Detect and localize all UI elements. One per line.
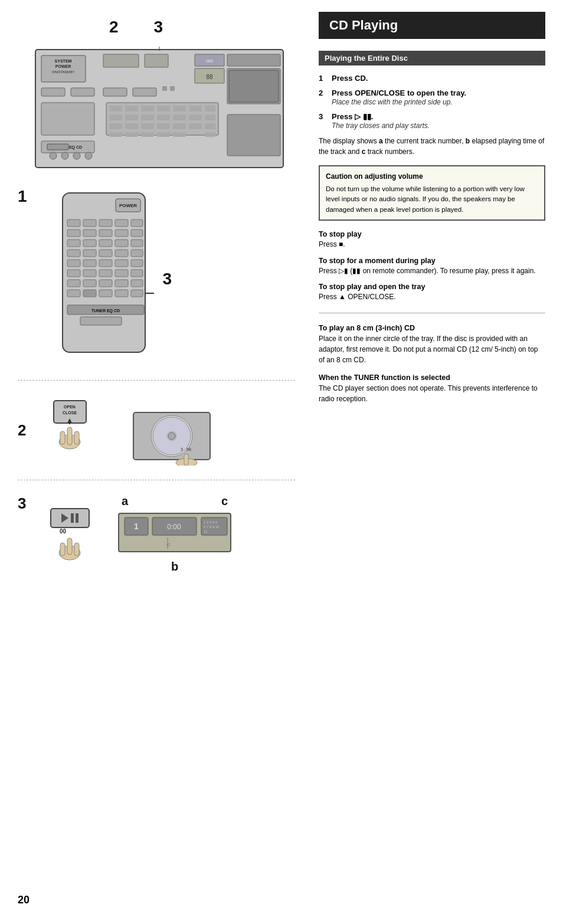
section-divider-1 bbox=[18, 380, 295, 381]
svg-rect-29 bbox=[109, 114, 122, 120]
svg-rect-100 bbox=[131, 290, 143, 297]
note-1-desc: Place it on the inner circle of the tray… bbox=[319, 333, 545, 365]
svg-rect-44 bbox=[125, 132, 138, 137]
svg-text:0:00: 0:00 bbox=[167, 523, 181, 531]
action-3-title: To stop play and open the tray bbox=[319, 283, 545, 291]
svg-rect-103 bbox=[80, 317, 122, 325]
svg-rect-17 bbox=[170, 86, 175, 91]
svg-rect-13 bbox=[71, 88, 94, 96]
svg-rect-87 bbox=[83, 270, 96, 277]
remote-control-svg: POWER bbox=[51, 187, 157, 364]
svg-rect-76 bbox=[67, 250, 80, 257]
svg-rect-33 bbox=[173, 114, 186, 120]
svg-rect-96 bbox=[67, 290, 80, 297]
step-1-number: 1 bbox=[319, 74, 327, 83]
svg-rect-130 bbox=[60, 543, 65, 556]
page-number: 20 bbox=[18, 894, 30, 906]
svg-rect-7 bbox=[227, 54, 280, 66]
step2-label: 2 bbox=[18, 421, 35, 440]
step-3-desc: The tray closes and play starts. bbox=[332, 122, 430, 130]
svg-rect-83 bbox=[99, 260, 112, 267]
svg-text:000: 000 bbox=[206, 59, 213, 63]
note-2-desc: The CD player section does not operate. … bbox=[319, 383, 545, 404]
svg-rect-86 bbox=[67, 270, 80, 277]
action-2-desc: Press ▷▮ (▮▮ on remote commander). To re… bbox=[319, 266, 545, 276]
svg-text:TUNER  EQ  CD: TUNER EQ CD bbox=[91, 309, 119, 313]
svg-rect-89 bbox=[115, 270, 128, 277]
svg-rect-15 bbox=[133, 88, 156, 96]
svg-rect-85 bbox=[131, 260, 143, 267]
display-info-text: The display shows a the current track nu… bbox=[319, 136, 545, 157]
svg-rect-88 bbox=[99, 270, 112, 277]
action-2-title: To stop for a moment during play bbox=[319, 257, 545, 265]
caution-title: Caution on adjusting volume bbox=[326, 171, 538, 182]
step-2: 2 Press OPEN/CLOSE to open the tray. Pla… bbox=[319, 89, 545, 106]
svg-rect-41 bbox=[189, 123, 202, 129]
svg-rect-45 bbox=[141, 132, 154, 137]
section-heading: Playing the Entire Disc bbox=[319, 51, 545, 65]
step3-illustration-row: 3 00 bbox=[18, 494, 295, 574]
step3-label: 3 bbox=[18, 494, 35, 513]
step-label-1: 1 bbox=[18, 187, 27, 206]
step-label-3-left: 3 bbox=[163, 270, 172, 289]
step-2-desc: Place the disc with the printed side up. bbox=[332, 98, 453, 106]
note-2-title: When the TUNER function is selected bbox=[319, 373, 545, 382]
svg-rect-22 bbox=[109, 106, 122, 112]
label-a: a bbox=[122, 494, 128, 508]
note-1: To play an 8 cm (3-inch) CD Place it on … bbox=[319, 324, 545, 365]
svg-rect-98 bbox=[99, 290, 112, 297]
svg-point-54 bbox=[73, 152, 80, 159]
svg-rect-24 bbox=[141, 106, 154, 112]
svg-rect-47 bbox=[173, 132, 186, 137]
left-illustration-panel: 2 3 SYSTEM POWER ON/STANDBY 000 bbox=[0, 0, 307, 924]
content-divider bbox=[319, 313, 545, 313]
play-button-svg: 00 bbox=[45, 497, 104, 574]
step-3-number: 3 bbox=[319, 112, 327, 130]
svg-rect-38 bbox=[141, 123, 154, 129]
svg-rect-14 bbox=[103, 88, 127, 96]
label-c: c bbox=[221, 494, 228, 508]
svg-rect-74 bbox=[115, 240, 128, 247]
svg-rect-46 bbox=[157, 132, 170, 137]
open-close-svg: OPEN CLOSE bbox=[45, 395, 110, 466]
svg-rect-68 bbox=[99, 230, 112, 237]
right-content-panel: CD Playing Playing the Entire Disc 1 Pre… bbox=[307, 0, 563, 924]
action-1-desc: Press ■. bbox=[319, 240, 545, 250]
svg-rect-23 bbox=[125, 106, 138, 112]
svg-rect-51 bbox=[47, 144, 68, 150]
svg-rect-125 bbox=[71, 513, 74, 523]
svg-rect-71 bbox=[67, 240, 80, 247]
step-label-3-top: 3 bbox=[154, 18, 163, 37]
svg-rect-25 bbox=[157, 106, 170, 112]
step-3: 3 Press ▷ ▮▮. The tray closes and play s… bbox=[319, 112, 545, 130]
action-stop-play: To stop play Press ■. bbox=[319, 230, 545, 250]
caution-box: Caution on adjusting volume Do not turn … bbox=[319, 165, 545, 221]
svg-rect-131 bbox=[74, 543, 79, 556]
svg-text:6 7 8 9 10: 6 7 8 9 10 bbox=[204, 525, 220, 529]
svg-rect-70 bbox=[131, 230, 143, 237]
label-b: b bbox=[171, 560, 178, 574]
svg-rect-42 bbox=[205, 123, 215, 129]
step-1-title: Press CD. bbox=[332, 74, 368, 83]
svg-point-118 bbox=[168, 432, 175, 440]
svg-text:OPEN: OPEN bbox=[64, 405, 76, 409]
svg-rect-31 bbox=[141, 114, 154, 120]
svg-rect-97 bbox=[83, 290, 96, 297]
svg-text:POWER: POWER bbox=[119, 203, 136, 208]
step-3-title: Press ▷ ▮▮. bbox=[332, 112, 373, 121]
action-stop-moment: To stop for a moment during play Press ▷… bbox=[319, 257, 545, 276]
svg-rect-75 bbox=[131, 240, 143, 247]
svg-rect-90 bbox=[131, 270, 143, 277]
step-2-number: 2 bbox=[319, 89, 327, 106]
svg-rect-9 bbox=[145, 54, 168, 67]
note-1-title: To play an 8 cm (3-inch) CD bbox=[319, 324, 545, 332]
svg-rect-122 bbox=[184, 454, 188, 466]
svg-rect-8 bbox=[103, 54, 139, 67]
svg-rect-39 bbox=[157, 123, 170, 129]
svg-rect-109 bbox=[67, 427, 72, 445]
svg-rect-81 bbox=[67, 260, 80, 267]
svg-rect-66 bbox=[67, 230, 80, 237]
step-2-title: Press OPEN/CLOSE to open the tray. bbox=[332, 89, 466, 97]
svg-point-52 bbox=[50, 152, 57, 159]
svg-rect-84 bbox=[115, 260, 128, 267]
